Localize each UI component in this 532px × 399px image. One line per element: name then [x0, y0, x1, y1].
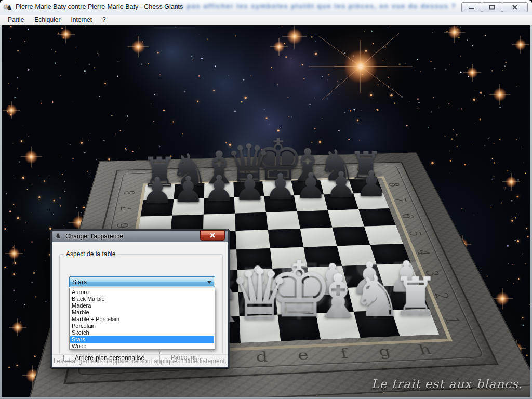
minimize-icon [469, 5, 475, 10]
file-label-far-b: b [184, 171, 196, 179]
groupbox-label: Aspect de la table [64, 250, 117, 258]
menu-bar: PartieEchiquierInternet? [0, 15, 532, 25]
window-border-left [0, 25, 2, 399]
dialog-body: Aspect de la table Stars AuroraBlack Mar… [52, 242, 228, 367]
chess-giants-window: ♜♜♞♞♝♝♛♛♚♚♝♝♞♞♜♜♟♟♟♟♟♟♟♟♟♟♟♟♟♟♟♟♟♟♟♟♟♟♟♟… [0, 0, 532, 399]
maximize-button[interactable] [482, 2, 502, 12]
dialog-knight-icon: ♞ [55, 232, 62, 240]
dialog-status-text: Les changements d'apparence sont appliqu… [54, 357, 227, 365]
dialog-statusbar: Les changements d'apparence sont appliqu… [52, 354, 228, 367]
rank-label-left-8: 8 [121, 190, 138, 196]
dropdown-option-marble[interactable]: Marble [70, 309, 214, 316]
rank-label-right-8: 8 [385, 182, 403, 188]
dropdown-option-black-marble[interactable]: Black Marble [70, 296, 214, 302]
window-titlebar[interactable]: ♔ ♞ Pierre-Marie Baty contre Pierre-Mari… [0, 0, 532, 15]
menu-item-internet[interactable]: Internet [66, 15, 97, 24]
restore-icon [489, 5, 495, 10]
rank-label-right-7: 7 [391, 196, 409, 203]
menu-item-echiquier[interactable]: Echiquier [30, 15, 65, 24]
rank-label-left-6: 6 [114, 222, 132, 230]
black-knight-icon: ♞ [6, 3, 13, 12]
dropdown-option-madera[interactable]: Madera [70, 302, 214, 309]
file-label-far-c: c [213, 170, 224, 178]
combobox-dropdown-list: AuroraBlack MarbleMaderaMarbleMarble + P… [69, 288, 215, 350]
minimize-button[interactable] [461, 2, 482, 12]
dropdown-option-wood[interactable]: Wood [70, 343, 214, 350]
chevron-down-icon [207, 281, 211, 284]
file-label-far-d: d [242, 170, 254, 177]
turn-indicator: Le trait est aux blancs. [371, 377, 523, 391]
dropdown-option-aurora[interactable]: Aurora [70, 289, 214, 296]
window-title: Pierre-Marie Baty contre Pierre-Marie Ba… [16, 3, 183, 10]
menu-item-[interactable]: ? [98, 15, 111, 24]
file-label-far-a: a [155, 172, 168, 180]
dialog-close-button[interactable] [200, 230, 225, 241]
window-border-right [530, 25, 532, 399]
dropdown-option-porcelain[interactable]: Porcelain [70, 323, 214, 329]
dropdown-option-stars[interactable]: Stars [70, 336, 214, 343]
dialog-titlebar[interactable]: ♞ Changer l'apparence [52, 231, 228, 242]
file-label-far-e: e [270, 169, 282, 176]
menu-item-partie[interactable]: Partie [3, 15, 29, 24]
appearance-dialog: ♞ Changer l'apparence Aspect de la table… [50, 229, 230, 368]
close-button[interactable] [502, 2, 528, 12]
app-icon: ♔ ♞ [4, 3, 13, 12]
close-icon [209, 233, 216, 238]
rank-label-right-6: 6 [397, 212, 416, 220]
file-label-far-f: f [298, 168, 311, 176]
file-label-far-h: h [353, 167, 367, 174]
file-label-far-g: g [325, 167, 339, 175]
dropdown-option-sketch[interactable]: Sketch [70, 329, 214, 336]
dialog-title: Changer l'apparence [65, 233, 123, 240]
table-aspect-combobox[interactable]: Stars [69, 276, 215, 287]
rank-label-left-7: 7 [118, 205, 136, 212]
window-controls [462, 2, 528, 12]
rank-label-right-5: 5 [405, 230, 424, 238]
window-border-bottom [0, 397, 532, 399]
combobox-value: Stars [72, 278, 87, 286]
close-icon [512, 5, 518, 10]
dropdown-option-marble-porcelain[interactable]: Marble + Porcelain [70, 316, 214, 323]
